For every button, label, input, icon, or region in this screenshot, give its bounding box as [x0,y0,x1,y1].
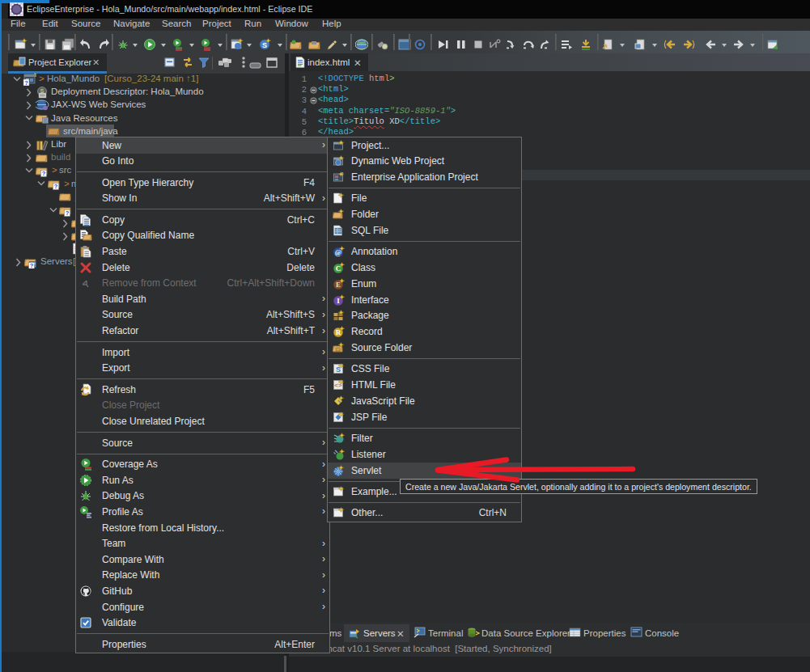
svg-text:I: I [337,297,340,305]
svg-text:@: @ [335,248,341,256]
svg-text:?: ? [24,78,28,86]
svg-text:S: S [40,88,45,94]
svg-text:S: S [262,41,267,49]
svg-text:R: R [336,328,341,336]
svg-text:?: ? [54,183,58,190]
svg-text:E: E [336,281,341,289]
svg-text:C: C [336,264,341,273]
svg-text:?: ? [42,170,46,177]
svg-text:?: ? [30,262,34,268]
svg-text:?: ? [66,209,70,217]
